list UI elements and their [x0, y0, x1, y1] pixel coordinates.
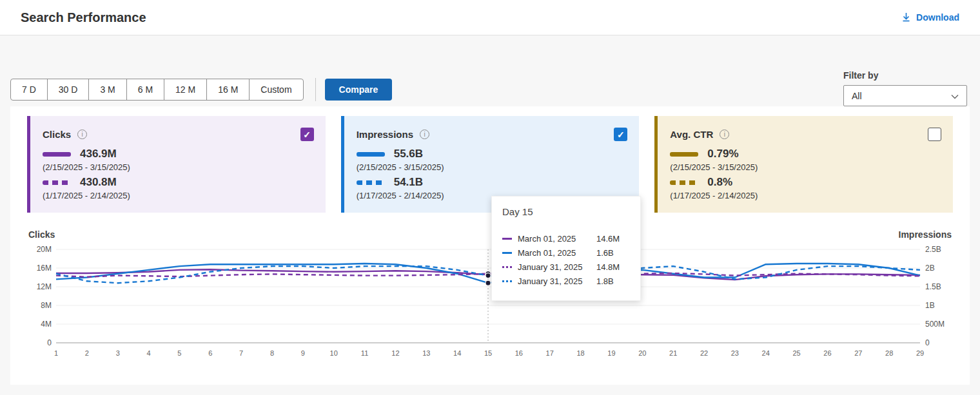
range-button-custom[interactable]: Custom — [249, 79, 303, 101]
chart-area[interactable]: Clicks Impressions 004M500M8M1B12M1.5B16… — [27, 229, 953, 361]
svg-text:20M: 20M — [37, 246, 52, 254]
clicks-card-title: Clicks — [43, 129, 71, 140]
svg-text:0: 0 — [925, 338, 930, 347]
clicks-metric-card: Clicks i ✓ 436.9M (2/15/2025 - 3/15/2025… — [27, 116, 326, 213]
svg-text:500M: 500M — [925, 320, 945, 329]
svg-text:16M: 16M — [37, 264, 52, 273]
tooltip-row: March 01, 2025 14.6M — [502, 234, 630, 244]
filter-by-label: Filter by — [843, 70, 967, 81]
svg-text:12: 12 — [391, 349, 399, 357]
svg-text:15: 15 — [484, 349, 492, 357]
clicks-previous-range: (1/17/2025 - 2/14/2025) — [43, 191, 314, 200]
svg-text:2: 2 — [85, 349, 89, 357]
clicks-previous-value: 430.8M — [80, 176, 117, 189]
svg-text:4M: 4M — [41, 320, 52, 329]
tooltip-row-label: January 31, 2025 — [518, 262, 596, 272]
svg-text:16: 16 — [515, 349, 523, 357]
chevron-down-icon — [951, 91, 959, 101]
range-button-3m[interactable]: 3 M — [88, 79, 126, 101]
left-axis-title: Clicks — [28, 229, 55, 240]
controls-bar: 7 D 30 D 3 M 6 M 12 M 16 M Custom Compar… — [0, 35, 980, 106]
tooltip-row-label: March 01, 2025 — [518, 234, 596, 244]
tooltip-title: Day 15 — [502, 206, 630, 217]
check-icon: ✓ — [617, 130, 625, 140]
filter-dropdown[interactable]: All — [843, 85, 967, 106]
svg-text:4: 4 — [147, 349, 151, 357]
solid-line-swatch — [502, 238, 512, 240]
page-title: Search Performance — [21, 10, 146, 25]
date-range-group: 7 D 30 D 3 M 6 M 12 M 16 M Custom — [10, 79, 304, 101]
svg-text:5: 5 — [177, 349, 181, 357]
svg-text:3: 3 — [116, 349, 120, 357]
metric-cards-row: Clicks i ✓ 436.9M (2/15/2025 - 3/15/2025… — [27, 116, 953, 213]
svg-text:2B: 2B — [925, 264, 935, 273]
info-icon[interactable]: i — [720, 130, 729, 139]
svg-text:18: 18 — [576, 349, 584, 357]
solid-line-swatch — [670, 152, 698, 157]
divider — [315, 78, 316, 101]
tooltip-row-label: March 01, 2025 — [518, 248, 596, 258]
svg-text:1.5B: 1.5B — [925, 282, 941, 291]
svg-text:22: 22 — [700, 349, 708, 357]
clicks-current-range: (2/15/2025 - 3/15/2025) — [43, 162, 314, 172]
svg-text:21: 21 — [669, 349, 677, 357]
solid-line-swatch — [502, 252, 512, 254]
check-icon: ✓ — [303, 130, 311, 140]
dashed-line-swatch — [43, 180, 71, 185]
range-button-7d[interactable]: 7 D — [10, 79, 48, 101]
svg-text:1B: 1B — [925, 301, 935, 310]
svg-text:0: 0 — [47, 338, 52, 347]
svg-text:8M: 8M — [41, 301, 52, 310]
svg-text:13: 13 — [422, 349, 430, 357]
info-icon[interactable]: i — [420, 130, 429, 139]
avg-ctr-metric-card: Avg. CTR i ✓ 0.79% (2/15/2025 - 3/15/202… — [654, 116, 953, 213]
range-button-12m[interactable]: 12 M — [164, 79, 207, 101]
search-performance-panel: Clicks i ✓ 436.9M (2/15/2025 - 3/15/2025… — [10, 106, 970, 385]
svg-text:24: 24 — [762, 349, 770, 357]
range-button-6m[interactable]: 6 M — [126, 79, 164, 101]
avg-ctr-previous-range: (1/17/2025 - 2/14/2025) — [670, 191, 941, 200]
avg-ctr-checkbox[interactable]: ✓ — [928, 128, 941, 141]
svg-text:8: 8 — [270, 349, 274, 357]
svg-text:19: 19 — [607, 349, 615, 357]
range-button-16m[interactable]: 16 M — [206, 79, 250, 101]
tooltip-row-value: 1.8B — [596, 276, 630, 286]
impressions-current-range: (2/15/2025 - 3/15/2025) — [357, 162, 628, 172]
svg-text:10: 10 — [330, 349, 338, 357]
right-axis-title: Impressions — [899, 229, 952, 240]
svg-text:2.5B: 2.5B — [925, 246, 941, 254]
compare-button[interactable]: Compare — [325, 79, 393, 101]
impressions-checkbox[interactable]: ✓ — [614, 128, 627, 141]
svg-text:11: 11 — [361, 349, 368, 357]
impressions-card-title: Impressions — [357, 129, 413, 140]
svg-text:1: 1 — [54, 349, 58, 357]
tooltip-row: January 31, 2025 1.8B — [502, 276, 630, 286]
tooltip-row: March 01, 2025 1.6B — [502, 248, 630, 258]
header: Search Performance Download — [0, 0, 980, 35]
tooltip-row-label: January 31, 2025 — [518, 276, 596, 286]
download-button[interactable]: Download — [901, 12, 959, 23]
download-label: Download — [916, 12, 959, 23]
svg-text:17: 17 — [546, 349, 554, 357]
solid-line-swatch — [43, 152, 71, 157]
avg-ctr-current-value: 0.79% — [707, 148, 738, 160]
filter-selected-value: All — [852, 91, 862, 101]
avg-ctr-card-title: Avg. CTR — [670, 129, 713, 140]
performance-chart[interactable]: 004M500M8M1B12M1.5B16M2B20M2.5B123456789… — [27, 246, 953, 361]
download-icon — [901, 12, 911, 23]
dashed-line-swatch — [670, 180, 698, 185]
svg-text:9: 9 — [301, 349, 305, 357]
svg-text:7: 7 — [239, 349, 243, 357]
clicks-current-value: 436.9M — [80, 148, 117, 160]
dashed-line-swatch — [502, 266, 512, 268]
clicks-checkbox[interactable]: ✓ — [300, 128, 314, 141]
solid-line-swatch — [357, 152, 385, 157]
impressions-previous-value: 54.1B — [394, 176, 423, 189]
tooltip-row-value: 14.6M — [596, 234, 630, 244]
svg-text:25: 25 — [792, 349, 800, 357]
range-button-30d[interactable]: 30 D — [47, 79, 90, 101]
info-icon[interactable]: i — [77, 130, 87, 139]
impressions-current-value: 55.6B — [394, 148, 423, 160]
svg-text:26: 26 — [823, 349, 831, 357]
dashed-line-swatch — [357, 180, 385, 185]
